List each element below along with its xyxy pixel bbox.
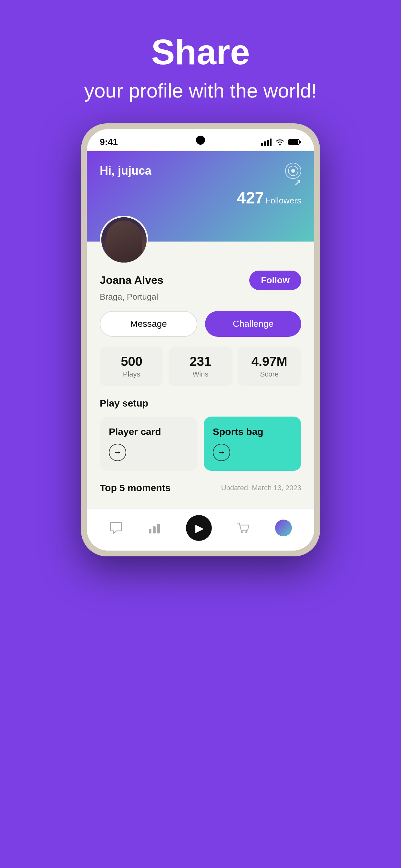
profile-header-top: Hi, jujuca [100, 163, 301, 179]
stat-wins-value: 231 [175, 354, 226, 369]
play-setup-cards: Player card → Sports bag → [100, 416, 301, 471]
chat-icon [109, 522, 123, 534]
profile-header: Hi, jujuca ↗ 427 Followers [87, 151, 314, 242]
profile-name-row: Joana Alves Follow [100, 271, 301, 290]
wifi-icon [275, 138, 285, 146]
sports-bag-title: Sports bag [213, 426, 292, 437]
nav-profile[interactable] [275, 520, 292, 536]
player-card-arrow: → [109, 444, 126, 461]
svg-rect-9 [153, 526, 156, 533]
avatar [100, 216, 148, 264]
followers-area: ↗ 427 Followers [237, 177, 301, 206]
stats-row: 500 Plays 231 Wins 4.97M Score [100, 346, 301, 386]
nav-play-button[interactable]: ▶ [186, 515, 212, 541]
player-card-title: Player card [109, 426, 188, 437]
stat-wins: 231 Wins [168, 346, 232, 386]
svg-rect-6 [289, 140, 298, 144]
svg-rect-10 [157, 524, 160, 533]
svg-rect-3 [270, 138, 272, 146]
battery-icon [288, 139, 301, 145]
stat-wins-label: Wins [175, 370, 226, 378]
stat-plays-value: 500 [106, 354, 157, 369]
svg-point-11 [241, 531, 243, 533]
stat-score-value: 4.97M [244, 354, 295, 369]
message-button[interactable]: Message [100, 311, 197, 337]
status-time: 9:41 [100, 137, 118, 147]
stat-score: 4.97M Score [238, 346, 301, 386]
stats-icon [148, 522, 161, 534]
greeting-text: Hi, jujuca [100, 164, 151, 178]
phone-device: 9:41 [81, 123, 320, 556]
page-title: Share [151, 32, 250, 71]
bottom-nav: ▶ [87, 508, 314, 551]
avatar-silhouette [106, 221, 142, 262]
share-icon: ↗ [237, 177, 301, 188]
signal-icon [261, 138, 272, 146]
top-moments-row: Top 5 moments Updated: March 13, 2023 [100, 483, 301, 493]
camera-notch [196, 135, 205, 145]
sports-bag-item[interactable]: Sports bag → [204, 416, 301, 471]
top-moments-title: Top 5 moments [100, 483, 171, 493]
status-bar: 9:41 [87, 129, 314, 151]
nav-stats[interactable] [148, 522, 161, 534]
followers-count: 427 [237, 189, 264, 207]
follow-button[interactable]: Follow [249, 271, 301, 290]
settings-icon[interactable] [285, 163, 301, 179]
action-buttons: Message Challenge [100, 311, 301, 337]
page-subtitle: your profile with the world! [84, 78, 317, 104]
nav-cart[interactable] [237, 522, 250, 534]
svg-rect-8 [149, 529, 151, 533]
profile-location: Braga, Portugal [100, 292, 301, 302]
sports-bag-arrow: → [213, 444, 230, 461]
svg-rect-2 [267, 140, 269, 146]
player-card-item[interactable]: Player card → [100, 416, 197, 471]
avatar-image [101, 217, 147, 262]
play-setup-title: Play setup [100, 398, 301, 409]
phone-screen: 9:41 [87, 129, 314, 551]
status-icons [261, 138, 301, 146]
cart-icon [237, 522, 250, 534]
top-moments-updated: Updated: March 13, 2023 [221, 484, 301, 492]
svg-rect-0 [261, 143, 263, 146]
header-section: Share your profile with the world! [84, 0, 317, 104]
profile-name: Joana Alves [100, 274, 163, 286]
svg-point-4 [279, 144, 281, 145]
followers-label: Followers [266, 196, 301, 206]
play-icon: ▶ [195, 522, 204, 534]
stat-plays: 500 Plays [100, 346, 163, 386]
profile-info-section: Joana Alves Follow Braga, Portugal Messa… [87, 242, 314, 508]
stat-score-label: Score [244, 370, 295, 378]
svg-rect-7 [300, 141, 301, 143]
nav-messages[interactable] [109, 522, 123, 534]
settings-icon-inner [288, 166, 298, 176]
nav-avatar [275, 520, 292, 536]
stat-plays-label: Plays [106, 370, 157, 378]
svg-point-12 [245, 531, 247, 533]
svg-rect-1 [264, 142, 266, 146]
challenge-button[interactable]: Challenge [205, 311, 301, 337]
